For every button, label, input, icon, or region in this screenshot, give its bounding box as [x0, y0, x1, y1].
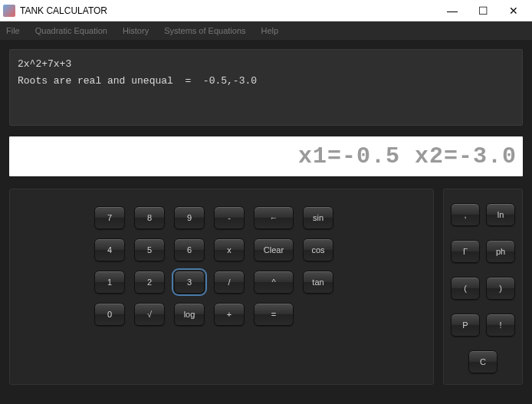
key-9[interactable]: 9	[174, 206, 205, 229]
key-tan[interactable]: tan	[303, 271, 333, 294]
menu-help[interactable]: Help	[261, 26, 279, 35]
window-controls: — ☐ ✕	[437, 0, 529, 21]
key-c[interactable]: C	[468, 350, 498, 373]
side-keypad: , ln Γ ph ( ) P ! C	[443, 189, 523, 385]
key-3[interactable]: 3	[174, 271, 205, 294]
key-clear[interactable]: Clear	[254, 238, 294, 261]
close-button[interactable]: ✕	[498, 0, 529, 21]
key-power[interactable]: ^	[254, 271, 294, 294]
key-comma[interactable]: ,	[451, 203, 480, 226]
key-5[interactable]: 5	[134, 238, 165, 261]
key-plus[interactable]: +	[214, 303, 245, 326]
menu-quadratic[interactable]: Quadratic Equation	[35, 26, 107, 35]
result-display: x1=-0.5 x2=-3.0	[9, 136, 523, 176]
key-factorial[interactable]: !	[486, 314, 515, 337]
history-line-2: Roots are real and unequal = -0.5,-3.0	[18, 75, 257, 87]
key-sin[interactable]: sin	[303, 206, 333, 229]
key-cos[interactable]: cos	[303, 238, 333, 261]
menu-file[interactable]: File	[6, 26, 20, 35]
key-lparen[interactable]: (	[451, 277, 480, 300]
menu-systems[interactable]: Systems of Equations	[164, 26, 245, 35]
key-p[interactable]: P	[451, 314, 480, 337]
key-equals[interactable]: =	[254, 303, 294, 326]
key-2[interactable]: 2	[134, 271, 165, 294]
key-7[interactable]: 7	[94, 206, 125, 229]
key-sqrt[interactable]: √	[134, 303, 165, 326]
menubar: File Quadratic Equation History Systems …	[0, 21, 532, 40]
key-gamma[interactable]: Γ	[451, 240, 480, 263]
keypad-area: 7 8 9 - ← sin 4 5 6 x Clear cos 1 2 3 / …	[9, 189, 523, 385]
key-multiply[interactable]: x	[214, 238, 245, 261]
window-title: TANK CALCULATOR	[20, 5, 437, 16]
minimize-button[interactable]: —	[437, 0, 468, 21]
key-ln[interactable]: ln	[486, 203, 515, 226]
key-ph[interactable]: ph	[486, 240, 515, 263]
history-panel: 2x^2+7x+3 Roots are real and unequal = -…	[9, 49, 523, 126]
key-6[interactable]: 6	[174, 238, 205, 261]
app-body: 2x^2+7x+3 Roots are real and unequal = -…	[0, 40, 532, 404]
key-divide[interactable]: /	[214, 271, 245, 294]
maximize-button[interactable]: ☐	[468, 0, 498, 21]
menu-history[interactable]: History	[123, 26, 149, 35]
app-icon	[3, 5, 15, 17]
key-4[interactable]: 4	[94, 238, 125, 261]
key-rparen[interactable]: )	[486, 277, 515, 300]
key-log[interactable]: log	[174, 303, 205, 326]
key-minus[interactable]: -	[214, 206, 245, 229]
key-backspace[interactable]: ←	[254, 206, 294, 229]
history-line-1: 2x^2+7x+3	[18, 58, 71, 70]
key-0[interactable]: 0	[94, 303, 125, 326]
titlebar: TANK CALCULATOR — ☐ ✕	[0, 0, 532, 21]
key-1[interactable]: 1	[94, 271, 125, 294]
main-keypad: 7 8 9 - ← sin 4 5 6 x Clear cos 1 2 3 / …	[9, 189, 434, 385]
key-8[interactable]: 8	[134, 206, 165, 229]
